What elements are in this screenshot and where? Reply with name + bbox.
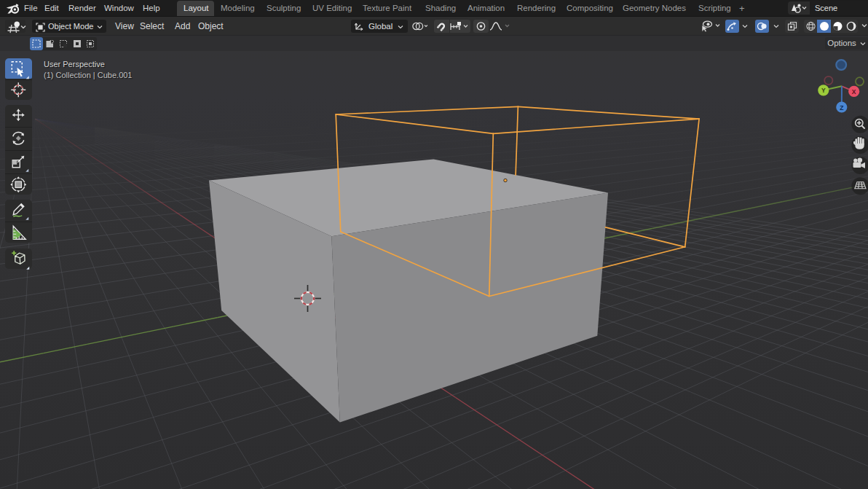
svg-text:X: X xyxy=(852,88,856,95)
svg-text:Z: Z xyxy=(840,104,843,112)
svg-text:Y: Y xyxy=(821,87,826,94)
